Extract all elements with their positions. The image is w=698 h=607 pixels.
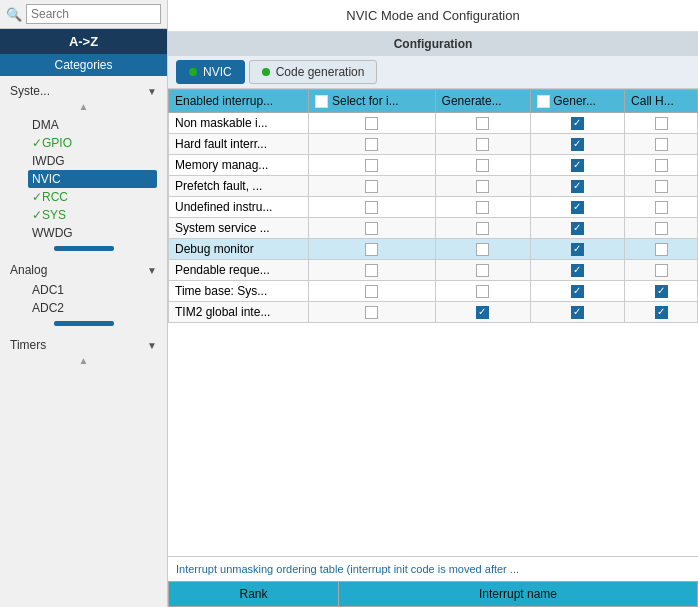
generate-checkbox-hard-fault[interactable] — [476, 138, 489, 151]
th-gener2-checkbox[interactable] — [537, 95, 550, 108]
gener2-checkbox-pendable-requ[interactable] — [571, 264, 584, 277]
sidebar-item-GPIO[interactable]: GPIO — [28, 134, 157, 152]
sidebar-item-DMA[interactable]: DMA — [28, 116, 157, 134]
select-checkbox-hard-fault[interactable] — [365, 138, 378, 151]
select-checkbox-pendable-requ[interactable] — [365, 264, 378, 277]
select-checkbox-time-base-sys[interactable] — [365, 285, 378, 298]
call-checkbox-prefetch-fault[interactable] — [655, 180, 668, 193]
th-gener2: Gener... — [531, 90, 625, 113]
generate-checkbox-pendable-requ[interactable] — [476, 264, 489, 277]
interrupt-label-prefetch-fault: Prefetch fault, ... — [169, 176, 309, 197]
search-input[interactable] — [26, 4, 161, 24]
sidebar-item-SYS[interactable]: SYS — [28, 206, 157, 224]
generate-cell-tim2-global — [435, 302, 531, 323]
select-checkbox-memory-manag[interactable] — [365, 159, 378, 172]
th-call: Call H... — [625, 90, 698, 113]
gener2-cell-prefetch-fault — [531, 176, 625, 197]
call-cell-tim2-global — [625, 302, 698, 323]
table-row: Pendable reque... — [169, 260, 698, 281]
call-checkbox-memory-manag[interactable] — [655, 159, 668, 172]
generate-cell-debug-monitor — [435, 239, 531, 260]
select-checkbox-tim2-global[interactable] — [365, 306, 378, 319]
tab-nvic[interactable]: NVIC — [176, 60, 245, 84]
gener2-cell-pendable-requ — [531, 260, 625, 281]
generate-checkbox-tim2-global[interactable] — [476, 306, 489, 319]
gener2-checkbox-non-maskable[interactable] — [571, 117, 584, 130]
generate-checkbox-prefetch-fault[interactable] — [476, 180, 489, 193]
generate-cell-non-maskable — [435, 113, 531, 134]
select-checkbox-non-maskable[interactable] — [365, 117, 378, 130]
table-row: Hard fault interr... — [169, 134, 698, 155]
table-row: System service ... — [169, 218, 698, 239]
search-icon: 🔍 — [6, 7, 22, 22]
select-cell-memory-manag — [309, 155, 436, 176]
generate-checkbox-time-base-sys[interactable] — [476, 285, 489, 298]
page-title: NVIC Mode and Configuration — [168, 0, 698, 32]
interrupt-label-system-service: System service ... — [169, 218, 309, 239]
generate-cell-system-service — [435, 218, 531, 239]
scroll-up-timers[interactable]: ▲ — [10, 354, 157, 368]
generate-checkbox-undefined-instr[interactable] — [476, 201, 489, 214]
tab-code-generation[interactable]: Code generation — [249, 60, 378, 84]
gener2-checkbox-tim2-global[interactable] — [571, 306, 584, 319]
th-select-label: Select for i... — [332, 94, 399, 108]
th-generate: Generate... — [435, 90, 531, 113]
call-checkbox-debug-monitor[interactable] — [655, 243, 668, 256]
call-checkbox-tim2-global[interactable] — [655, 306, 668, 319]
gener2-cell-non-maskable — [531, 113, 625, 134]
gener2-cell-tim2-global — [531, 302, 625, 323]
select-cell-pendable-requ — [309, 260, 436, 281]
th-select: Select for i... — [309, 90, 436, 113]
th-select-checkbox[interactable] — [315, 95, 328, 108]
config-bar: Configuration — [168, 32, 698, 56]
gener2-checkbox-system-service[interactable] — [571, 222, 584, 235]
select-cell-undefined-instr — [309, 197, 436, 218]
interrupt-label-hard-fault: Hard fault interr... — [169, 134, 309, 155]
th-enabled: Enabled interrup... — [169, 90, 309, 113]
syste-label: Syste... — [10, 84, 50, 98]
select-checkbox-system-service[interactable] — [365, 222, 378, 235]
gener2-checkbox-memory-manag[interactable] — [571, 159, 584, 172]
sidebar-item-ADC1[interactable]: ADC1 — [28, 281, 157, 299]
gener2-checkbox-time-base-sys[interactable] — [571, 285, 584, 298]
generate-checkbox-debug-monitor[interactable] — [476, 243, 489, 256]
call-cell-undefined-instr — [625, 197, 698, 218]
syste-items: DMA GPIO IWDG NVIC RCC SYS WWDG — [10, 114, 157, 244]
interrupt-label-undefined-instr: Undefined instru... — [169, 197, 309, 218]
tab-code-gen-label: Code generation — [276, 65, 365, 79]
gener2-checkbox-hard-fault[interactable] — [571, 138, 584, 151]
syste-header[interactable]: Syste... ▼ — [10, 82, 157, 100]
generate-checkbox-memory-manag[interactable] — [476, 159, 489, 172]
call-checkbox-undefined-instr[interactable] — [655, 201, 668, 214]
analog-scroll-indicator — [54, 321, 114, 326]
tabs-row: NVIC Code generation — [168, 56, 698, 89]
gener2-checkbox-prefetch-fault[interactable] — [571, 180, 584, 193]
sidebar-item-ADC2[interactable]: ADC2 — [28, 299, 157, 317]
generate-checkbox-system-service[interactable] — [476, 222, 489, 235]
gener2-checkbox-undefined-instr[interactable] — [571, 201, 584, 214]
call-checkbox-pendable-requ[interactable] — [655, 264, 668, 277]
sidebar-item-RCC[interactable]: RCC — [28, 188, 157, 206]
call-checkbox-hard-fault[interactable] — [655, 138, 668, 151]
generate-checkbox-non-maskable[interactable] — [476, 117, 489, 130]
call-checkbox-time-base-sys[interactable] — [655, 285, 668, 298]
select-checkbox-prefetch-fault[interactable] — [365, 180, 378, 193]
generate-cell-hard-fault — [435, 134, 531, 155]
table-row: TIM2 global inte... — [169, 302, 698, 323]
select-checkbox-undefined-instr[interactable] — [365, 201, 378, 214]
gener2-checkbox-debug-monitor[interactable] — [571, 243, 584, 256]
scroll-up-syste[interactable]: ▲ — [10, 100, 157, 114]
call-checkbox-system-service[interactable] — [655, 222, 668, 235]
sidebar-item-WWDG[interactable]: WWDG — [28, 224, 157, 242]
select-cell-non-maskable — [309, 113, 436, 134]
call-checkbox-non-maskable[interactable] — [655, 117, 668, 130]
categories-button[interactable]: Categories — [0, 54, 167, 76]
select-checkbox-debug-monitor[interactable] — [365, 243, 378, 256]
table-row: Debug monitor — [169, 239, 698, 260]
select-cell-prefetch-fault — [309, 176, 436, 197]
az-button[interactable]: A->Z — [0, 29, 167, 54]
sidebar-item-IWDG[interactable]: IWDG — [28, 152, 157, 170]
timers-header[interactable]: Timers ▼ — [10, 336, 157, 354]
analog-header[interactable]: Analog ▼ — [10, 261, 157, 279]
sidebar-item-NVIC[interactable]: NVIC — [28, 170, 157, 188]
